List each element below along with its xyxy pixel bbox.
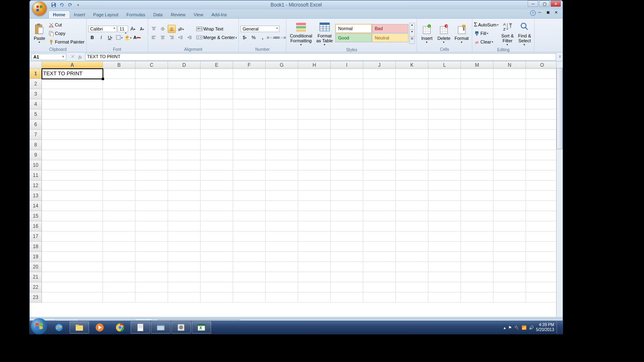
cell[interactable]: [266, 69, 298, 79]
taskbar-explorer[interactable]: [70, 321, 89, 334]
cell[interactable]: [396, 262, 428, 272]
cell[interactable]: [526, 170, 559, 181]
cell[interactable]: [135, 272, 168, 282]
cell[interactable]: [331, 211, 363, 221]
cell[interactable]: [42, 140, 103, 150]
cell[interactable]: [396, 252, 428, 262]
number-format-select[interactable]: General: [240, 26, 279, 32]
cell[interactable]: [135, 140, 168, 150]
cell[interactable]: [42, 231, 103, 242]
select-all-corner[interactable]: [30, 61, 42, 69]
italic-button[interactable]: I: [97, 33, 105, 41]
cell[interactable]: [168, 109, 201, 120]
cell[interactable]: [42, 89, 103, 99]
cell[interactable]: [428, 69, 461, 79]
cell[interactable]: [396, 292, 428, 303]
cell[interactable]: [461, 282, 493, 292]
row-header[interactable]: 4: [30, 99, 42, 109]
cell[interactable]: [331, 160, 363, 170]
cell[interactable]: [42, 242, 103, 252]
row-header[interactable]: 20: [30, 262, 42, 272]
cell[interactable]: [493, 109, 526, 120]
column-header[interactable]: J: [363, 61, 396, 69]
row-header[interactable]: 6: [30, 120, 42, 130]
cell[interactable]: [201, 181, 233, 191]
styles-more-icon[interactable]: ⊟: [410, 37, 415, 44]
column-header[interactable]: C: [135, 61, 168, 69]
cell[interactable]: [168, 292, 201, 303]
cell[interactable]: [331, 150, 363, 160]
row-header[interactable]: 18: [30, 242, 42, 252]
cell[interactable]: [103, 211, 135, 221]
tray-power-icon[interactable]: 🔌: [514, 325, 519, 330]
comma-button[interactable]: ,: [258, 33, 266, 41]
cell[interactable]: [42, 99, 103, 109]
cell[interactable]: [493, 89, 526, 99]
cell[interactable]: [526, 262, 559, 272]
cell[interactable]: [428, 181, 461, 191]
cell[interactable]: [201, 221, 233, 231]
cell[interactable]: [168, 120, 201, 130]
cell[interactable]: [428, 79, 461, 89]
cell[interactable]: [298, 292, 331, 303]
tray-show-hidden-icon[interactable]: ▴: [504, 325, 506, 330]
cell[interactable]: [42, 160, 103, 170]
tab-home[interactable]: Home: [48, 11, 70, 18]
cell[interactable]: [298, 89, 331, 99]
cell[interactable]: [168, 221, 201, 231]
cell[interactable]: [396, 69, 428, 79]
cell[interactable]: [201, 272, 233, 282]
cell[interactable]: [201, 130, 233, 140]
taskbar-excel[interactable]: X: [192, 321, 211, 334]
cell[interactable]: [396, 231, 428, 242]
sort-filter-button[interactable]: AZSort & Filter ▾: [499, 20, 515, 47]
cell[interactable]: [135, 79, 168, 89]
cell[interactable]: [266, 292, 298, 303]
delete-cells-button[interactable]: ✕Delete ▾: [436, 22, 452, 45]
tab-formulas[interactable]: Formulas: [122, 11, 149, 18]
cell[interactable]: [168, 211, 201, 221]
cell[interactable]: [363, 211, 396, 221]
column-header[interactable]: I: [331, 61, 363, 69]
cell[interactable]: [363, 170, 396, 181]
cell[interactable]: [493, 221, 526, 231]
align-right-button[interactable]: [168, 33, 176, 41]
cell[interactable]: [103, 262, 135, 272]
cell[interactable]: [298, 242, 331, 252]
taskbar-media[interactable]: [90, 321, 109, 334]
cell[interactable]: [363, 292, 396, 303]
cell[interactable]: [168, 89, 201, 99]
cell[interactable]: [428, 191, 461, 201]
redo-icon[interactable]: [66, 1, 74, 9]
cell[interactable]: [363, 282, 396, 292]
fill-button[interactable]: Fill ▾: [474, 29, 498, 37]
cell[interactable]: [298, 181, 331, 191]
cell[interactable]: [103, 292, 135, 303]
cell[interactable]: [103, 201, 135, 211]
cell[interactable]: [428, 262, 461, 272]
tab-review[interactable]: Review: [167, 11, 190, 18]
style-neutral[interactable]: Neutral: [372, 33, 408, 42]
cell[interactable]: [526, 231, 559, 242]
cell[interactable]: [493, 69, 526, 79]
cell[interactable]: [363, 231, 396, 242]
taskbar-ie[interactable]: [49, 321, 69, 334]
cell[interactable]: [396, 99, 428, 109]
grow-font-button[interactable]: A▴: [129, 25, 137, 33]
cell[interactable]: [526, 272, 559, 282]
cell[interactable]: [461, 211, 493, 221]
cell[interactable]: [331, 282, 363, 292]
clear-button[interactable]: Clear ▾: [474, 38, 498, 46]
window-minimize-icon[interactable]: ─: [538, 10, 544, 16]
cell[interactable]: [526, 242, 559, 252]
cell[interactable]: [493, 201, 526, 211]
cell[interactable]: [331, 272, 363, 282]
cell[interactable]: [233, 130, 266, 140]
vertical-scrollbar[interactable]: [556, 61, 563, 317]
cell[interactable]: [428, 242, 461, 252]
cell[interactable]: [201, 140, 233, 150]
cell[interactable]: [233, 140, 266, 150]
cell[interactable]: [331, 89, 363, 99]
cell[interactable]: [396, 211, 428, 221]
cell[interactable]: [233, 262, 266, 272]
